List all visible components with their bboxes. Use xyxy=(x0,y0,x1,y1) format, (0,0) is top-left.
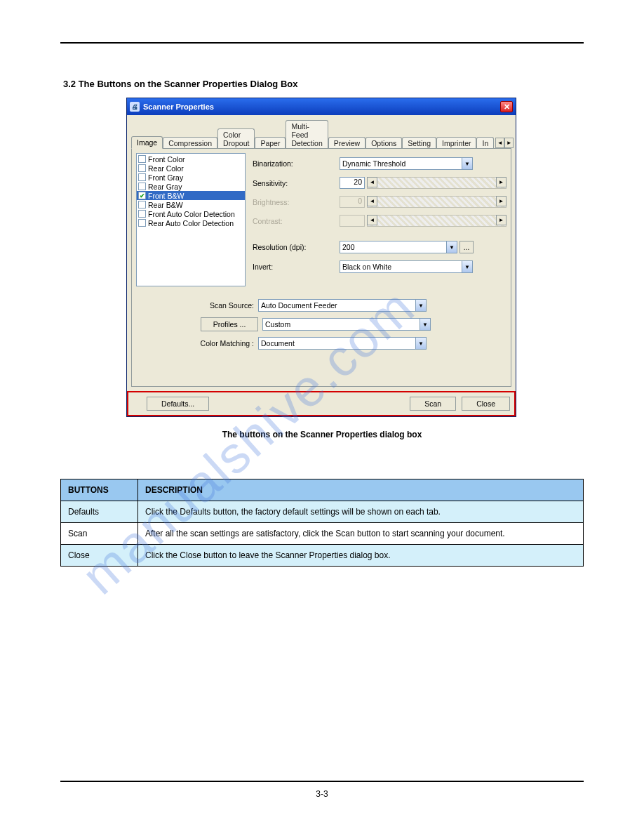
combo-value: Auto Document Feeder xyxy=(261,301,337,310)
sensitivity-label: Sensitivity: xyxy=(253,179,340,187)
sensitivity-value[interactable]: 20 xyxy=(340,177,365,189)
combo-value: Black on White xyxy=(342,263,391,271)
list-item-label: Front Gray xyxy=(148,173,183,182)
invert-label: Invert: xyxy=(253,263,340,271)
slider-right-icon: ► xyxy=(496,215,507,225)
tab-options[interactable]: Options xyxy=(365,137,402,149)
list-item: Rear Auto Color Detection xyxy=(137,218,245,227)
resolution-combo[interactable]: 200▼ xyxy=(340,241,457,253)
resolution-label: Resolution (dpi): xyxy=(253,243,340,251)
checkbox-icon[interactable] xyxy=(138,201,146,208)
list-item-label: Front Auto Color Detection xyxy=(148,210,235,218)
rule-bottom xyxy=(60,781,584,782)
list-item-label: Rear Auto Color Detection xyxy=(148,219,234,227)
brightness-value: 0 xyxy=(340,196,365,208)
scan-source-combo[interactable]: Auto Document Feeder▼ xyxy=(258,299,427,312)
slider-left-icon: ◄ xyxy=(367,215,377,225)
table-header: DESCRIPTION xyxy=(138,479,584,501)
contrast-slider: ◄► xyxy=(367,215,507,227)
table-cell-desc: After all the scan settings are satisfac… xyxy=(138,523,584,545)
chevron-down-icon: ▼ xyxy=(415,338,426,349)
table-row: Scan After all the scan settings are sat… xyxy=(61,523,584,545)
checkbox-icon[interactable] xyxy=(138,173,146,181)
tabstrip: Image Compression Color Dropout Paper Mu… xyxy=(127,115,516,148)
tab-setting[interactable]: Setting xyxy=(402,137,436,149)
checkbox-icon[interactable] xyxy=(138,210,146,218)
color-matching-combo[interactable]: Document▼ xyxy=(258,337,427,350)
table-header: BUTTONS xyxy=(61,479,138,501)
scan-button[interactable]: Scan xyxy=(410,397,456,411)
slider-right-icon: ► xyxy=(496,196,507,206)
chevron-down-icon: ▼ xyxy=(462,261,472,272)
tab-color-dropout[interactable]: Color Dropout xyxy=(217,128,255,149)
tab-scroll-right[interactable]: ► xyxy=(504,138,514,148)
tab-paper[interactable]: Paper xyxy=(255,137,286,149)
chevron-down-icon: ▼ xyxy=(446,241,457,253)
slider-left-icon[interactable]: ◄ xyxy=(367,177,377,187)
tab-compression[interactable]: Compression xyxy=(163,137,217,149)
slider-left-icon: ◄ xyxy=(367,196,377,206)
table-cell-button: Defaults xyxy=(61,501,138,523)
chevron-down-icon: ▼ xyxy=(462,158,472,169)
tab-imprinter[interactable]: Imprinter xyxy=(436,137,476,149)
checkbox-icon[interactable] xyxy=(138,155,146,163)
combo-value: 200 xyxy=(342,243,355,251)
brightness-slider: ◄► xyxy=(367,196,507,208)
list-item-label: Rear B&W xyxy=(148,201,183,209)
resolution-more-button[interactable]: ... xyxy=(459,241,474,253)
chevron-down-icon: ▼ xyxy=(415,300,426,311)
contrast-label: Contrast: xyxy=(253,217,340,225)
scanner-icon: 🖨 xyxy=(130,102,140,112)
list-item: Front Auto Color Detection xyxy=(137,209,245,218)
combo-value: Dynamic Threshold xyxy=(342,159,405,168)
tab-more[interactable]: In xyxy=(476,137,494,149)
checkbox-checked-icon[interactable]: ✔ xyxy=(138,192,146,199)
tab-body: Front Color Rear Color Front Gray Rear G… xyxy=(131,148,511,387)
color-matching-label: Color Matching : xyxy=(196,339,258,348)
scan-source-label: Scan Source: xyxy=(196,301,258,310)
list-item-selected: ✔Front B&W xyxy=(137,191,245,200)
profiles-combo[interactable]: Custom▼ xyxy=(262,318,431,331)
close-icon[interactable]: ✕ xyxy=(500,101,513,112)
table-row: Defaults Click the Defaults button, the … xyxy=(61,501,584,523)
table-cell-desc: Click the Close button to leave the Scan… xyxy=(138,545,584,567)
section-title: 3.2 The Buttons on the Scanner Propertie… xyxy=(63,79,584,89)
profiles-button[interactable]: Profiles ... xyxy=(201,317,258,331)
list-item-label: Front Color xyxy=(148,155,185,164)
image-selection-list[interactable]: Front Color Rear Color Front Gray Rear G… xyxy=(136,153,246,286)
binarization-combo[interactable]: Dynamic Threshold▼ xyxy=(340,157,473,170)
table-cell-desc: Click the Defaults button, the factory d… xyxy=(138,501,584,523)
list-item-label: Rear Color xyxy=(148,164,184,173)
checkbox-icon[interactable] xyxy=(138,164,146,172)
rule-top xyxy=(60,42,584,44)
scanner-properties-dialog: 🖨 Scanner Properties ✕ Image Compression… xyxy=(126,98,516,417)
tab-multifeed[interactable]: Multi-Feed Detection xyxy=(286,120,328,149)
close-button[interactable]: Close xyxy=(462,397,510,411)
binarization-label: Binarization: xyxy=(253,159,340,168)
tab-image[interactable]: Image xyxy=(131,136,163,149)
page-number: 3-3 xyxy=(316,789,328,799)
combo-value: Custom xyxy=(265,320,290,329)
tab-preview[interactable]: Preview xyxy=(328,137,365,149)
slider-right-icon[interactable]: ► xyxy=(496,177,507,187)
contrast-value xyxy=(340,215,365,227)
combo-value: Document xyxy=(261,339,295,348)
table-row: Close Click the Close button to leave th… xyxy=(61,545,584,567)
list-item: Rear B&W xyxy=(137,200,245,209)
sensitivity-slider[interactable]: ◄► xyxy=(367,177,507,189)
checkbox-icon[interactable] xyxy=(138,183,146,190)
brightness-label: Brightness: xyxy=(253,198,340,206)
list-item: Rear Gray xyxy=(137,182,245,191)
invert-combo[interactable]: Black on White▼ xyxy=(340,260,473,273)
tab-scroll-left[interactable]: ◄ xyxy=(495,138,504,148)
list-item-label: Front B&W xyxy=(148,192,184,200)
table-cell-button: Close xyxy=(61,545,138,567)
defaults-button[interactable]: Defaults... xyxy=(147,397,209,411)
table-cell-button: Scan xyxy=(61,523,138,545)
list-item: Front Gray xyxy=(137,173,245,182)
titlebar[interactable]: 🖨 Scanner Properties ✕ xyxy=(127,98,516,115)
dialog-footer: Defaults... Scan Close xyxy=(127,391,516,416)
titlebar-text: Scanner Properties xyxy=(143,102,500,111)
list-item-label: Rear Gray xyxy=(148,183,182,191)
checkbox-icon[interactable] xyxy=(138,219,146,227)
